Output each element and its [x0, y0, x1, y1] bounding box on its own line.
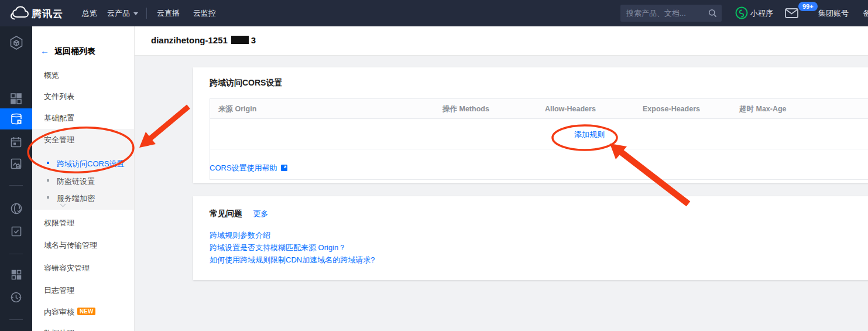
- tencent-cloud-console: 腾讯云 总览 云产品 云直播 云监控 小程序 99+ 集团账号 备: [0, 0, 868, 331]
- console-home-icon[interactable]: [0, 32, 32, 53]
- calendar-icon[interactable]: [0, 131, 32, 152]
- search-icon[interactable]: [708, 9, 717, 18]
- sidebar-item-basic-config[interactable]: 基础配置: [44, 113, 74, 124]
- search-box: [620, 5, 722, 22]
- col-expose-headers: Expose-Headers: [643, 99, 700, 119]
- bullet-icon: [47, 179, 49, 182]
- faq-more-link[interactable]: 更多: [253, 209, 268, 219]
- sidebar-item-security-management[interactable]: 安全管理: [44, 135, 74, 145]
- sidebar-item-fault-tolerance-management[interactable]: 容错容灾管理: [44, 263, 90, 274]
- cors-rules-table: 来源 Origin 操作 Methods Allow-Headers Expos…: [210, 98, 868, 180]
- back-to-bucket-list[interactable]: ←返回桶列表: [40, 46, 95, 57]
- search-input[interactable]: [620, 5, 722, 22]
- cors-card-title: 跨域访问CORS设置: [210, 78, 282, 88]
- monitor-clock-icon[interactable]: [0, 286, 32, 308]
- sidebar-item-data-processing-clipped[interactable]: 数据处理: [44, 328, 74, 331]
- nav-item-products[interactable]: 云产品: [107, 0, 138, 26]
- storage-bucket-icon[interactable]: [0, 108, 32, 129]
- new-badge: NEW: [77, 308, 95, 315]
- mail-icon[interactable]: [785, 8, 798, 18]
- sidebar-subitem-server-side-encryption[interactable]: 服务端加密: [57, 193, 95, 204]
- cors-help-link[interactable]: CORS设置使用帮助: [210, 163, 288, 173]
- col-methods: 操作 Methods: [442, 99, 489, 119]
- chevron-down-icon: [133, 12, 138, 15]
- faq-card: 常见问题 更多 跨域规则参数介绍 跨域设置是否支持模糊匹配来源 Origin？ …: [193, 196, 868, 280]
- sidebar-item-permission-management[interactable]: 权限管理: [44, 218, 74, 228]
- task-checkbox-icon[interactable]: [0, 221, 32, 242]
- tencent-cloud-logo-icon[interactable]: [9, 5, 30, 21]
- redaction-box: [231, 36, 249, 44]
- sidebar-subitem-cors-settings[interactable]: 跨域访问CORS设置: [57, 159, 125, 169]
- sidebar-item-log-management[interactable]: 日志管理: [44, 285, 74, 296]
- main-content: dianzihetong-12513 跨域访问CORS设置 来源 Origin …: [135, 26, 868, 331]
- mini-program-label[interactable]: 小程序: [750, 0, 773, 26]
- nav-item-monitor[interactable]: 云监控: [193, 0, 216, 26]
- nav-item-live[interactable]: 云直播: [157, 0, 180, 26]
- rail-divider: [9, 185, 23, 186]
- sidebar-item-overview[interactable]: 概览: [44, 70, 59, 81]
- faq-link-fuzzy-origin-match[interactable]: 跨域设置是否支持模糊匹配来源 Origin？: [210, 241, 375, 254]
- nav-item-overview[interactable]: 总览: [82, 0, 97, 26]
- nav-divider: [146, 8, 147, 19]
- faq-link-cors-params[interactable]: 跨域规则参数介绍: [210, 229, 375, 241]
- bullet-icon: [47, 196, 49, 199]
- bullet-icon: [47, 162, 49, 164]
- apps-grid-icon[interactable]: [0, 264, 32, 285]
- col-origin: 来源 Origin: [218, 99, 256, 119]
- back-arrow-icon: ←: [40, 46, 49, 56]
- cors-empty-row: 添加规则: [210, 120, 868, 149]
- brand-name[interactable]: 腾讯云: [32, 7, 63, 21]
- icon-rail: [0, 26, 32, 331]
- faq-link-cdn-cors-restrict[interactable]: 如何使用跨域规则限制CDN加速域名的跨域请求?: [210, 254, 375, 266]
- add-rule-link[interactable]: 添加规则: [574, 129, 605, 140]
- faq-links: 跨域规则参数介绍 跨域设置是否支持模糊匹配来源 Origin？ 如何使用跨域规则…: [210, 229, 375, 266]
- dashboard-grid-icon[interactable]: [0, 88, 32, 109]
- col-allow-headers: Allow-Headers: [545, 99, 596, 119]
- bucket-name-title: dianzihetong-12513: [151, 35, 256, 45]
- rail-divider: [9, 319, 23, 320]
- sidebar-item-file-list[interactable]: 文件列表: [44, 91, 74, 102]
- cors-table-header: 来源 Origin 操作 Methods Allow-Headers Expos…: [210, 99, 868, 119]
- col-max-age: 超时 Max-Age: [739, 99, 787, 119]
- rail-divider: [9, 254, 23, 254]
- bucket-sidebar: ←返回桶列表 概览 文件列表 基础配置 安全管理 跨域访问CORS设置 防盗链设…: [32, 26, 135, 331]
- network-globe-icon[interactable]: [0, 198, 32, 219]
- nav-item-beian-clipped[interactable]: 备: [863, 0, 868, 26]
- bucket-header-bar: dianzihetong-12513: [135, 26, 868, 56]
- sidebar-item-domain-transfer-management[interactable]: 域名与传输管理: [44, 240, 97, 251]
- image-service-icon[interactable]: [0, 153, 32, 174]
- external-link-icon: [280, 164, 288, 172]
- mini-program-icon[interactable]: [735, 6, 748, 19]
- account-menu[interactable]: 集团账号: [818, 0, 849, 26]
- sidebar-item-content-moderation[interactable]: 内容审核NEW: [44, 307, 95, 318]
- mail-badge: 99+: [798, 2, 818, 11]
- cors-settings-card: 跨域访问CORS设置 来源 Origin 操作 Methods Allow-He…: [193, 67, 868, 183]
- sidebar-subitem-hotlink-protection[interactable]: 防盗链设置: [57, 176, 95, 187]
- faq-card-title: 常见问题: [210, 209, 242, 219]
- top-navbar: 腾讯云 总览 云产品 云直播 云监控 小程序 99+ 集团账号 备: [0, 0, 868, 26]
